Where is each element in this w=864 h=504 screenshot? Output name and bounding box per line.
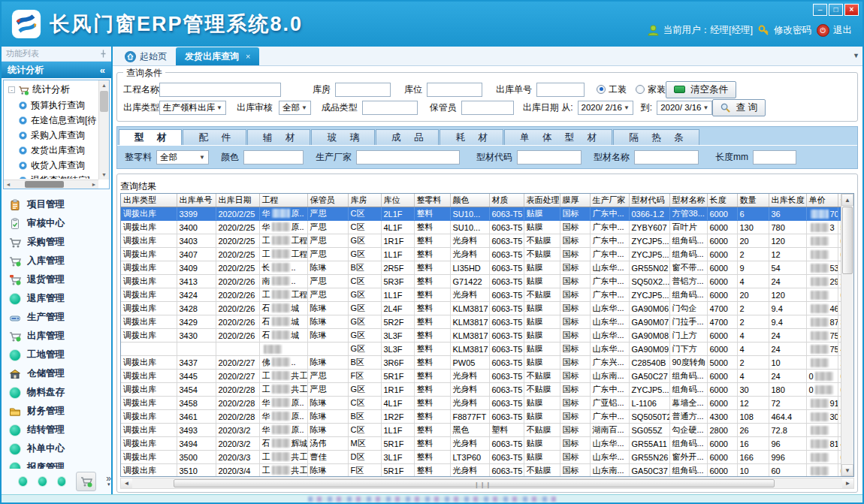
table-row[interactable]: 调拨出库34282020/2/26石城陈琳G区2L4F整料KLM38176063… bbox=[121, 302, 841, 315]
table-row[interactable]: 调拨出库34242020/2/26工工程严思G区1L1F整料光身料6063-T5… bbox=[121, 288, 841, 302]
close-button[interactable]: × bbox=[844, 4, 859, 16]
table-row[interactable]: 调拨出库34542020/2/28工共工程严思G区1R1F整料光身料6063-T… bbox=[121, 383, 841, 397]
grid-horizontal-scrollbar[interactable]: ◄ ❙❙❙ ► bbox=[120, 478, 854, 489]
maximize-button[interactable]: □ bbox=[829, 4, 843, 16]
column-header[interactable]: 保管员 bbox=[307, 194, 348, 207]
column-header[interactable]: 型材名称 bbox=[669, 194, 707, 207]
tree-hscroll-thumb[interactable] bbox=[25, 181, 64, 188]
tab-home[interactable]: 起始页 bbox=[116, 47, 176, 65]
column-header[interactable]: 工程 bbox=[259, 194, 307, 207]
collapse-icon[interactable]: « bbox=[100, 65, 105, 76]
column-header[interactable]: 型材代码 bbox=[629, 194, 669, 207]
column-header[interactable]: 长度 bbox=[707, 194, 737, 207]
grid-vertical-scrollbar[interactable]: ▲ ▼ bbox=[841, 194, 853, 476]
sidebar-item[interactable]: 出库管理 bbox=[9, 327, 111, 346]
sidebar-item[interactable]: 退库管理 bbox=[9, 289, 111, 308]
column-header[interactable]: 材质 bbox=[489, 194, 524, 207]
sidebar-item[interactable]: 财务管理 bbox=[9, 402, 111, 421]
grid-hscroll-thumb[interactable]: ❙❙❙ bbox=[174, 479, 775, 487]
column-header[interactable]: 出库日期 bbox=[216, 194, 259, 207]
module-dot-icon[interactable] bbox=[18, 476, 28, 487]
sidebar-overflow-button[interactable]: »▾ bbox=[106, 475, 111, 487]
location-input[interactable] bbox=[427, 83, 482, 97]
table-row[interactable]: 调拨出库34302020/2/26石城陈琳G区3L3F整料KLM38176063… bbox=[121, 329, 841, 343]
table-row[interactable]: G区3L3F整料KLM38176063-T5贴膜国标山东华...GA90M09.… bbox=[121, 343, 841, 356]
pin-icon[interactable] bbox=[100, 50, 107, 58]
column-header[interactable]: 表面处理 bbox=[524, 194, 560, 207]
column-header[interactable]: 膜厚 bbox=[560, 194, 590, 207]
radio-gongzhuang-label[interactable]: 工装 bbox=[609, 84, 627, 95]
tree-vertical-scrollbar[interactable]: ▲ ▼ bbox=[98, 80, 109, 180]
material-tab[interactable]: 配 件 bbox=[183, 129, 246, 145]
table-row[interactable]: 调拨出库34072020/2/25工工程严思G区1L1F整料光身料6063-T5… bbox=[121, 248, 841, 261]
table-row[interactable]: 调拨出库33992020/2/25华原..严思C区2L1F整料SU10...60… bbox=[121, 207, 841, 221]
material-tab[interactable]: 玻 璃 bbox=[311, 129, 374, 145]
table-row[interactable]: 调拨出库34372020/2/27佛..陈琳B区3R6F整料PW056063-T… bbox=[121, 356, 841, 370]
sidebar-item[interactable]: 入库管理 bbox=[9, 252, 111, 270]
column-header[interactable]: 颜色 bbox=[450, 194, 489, 207]
scroll-up-icon[interactable]: ▲ bbox=[841, 194, 853, 206]
material-tab[interactable]: 单 体 型 材 bbox=[504, 129, 612, 145]
sidebar-item[interactable]: 审核中心 bbox=[9, 214, 111, 233]
scroll-right-icon[interactable]: ► bbox=[89, 180, 98, 189]
stats-section-header[interactable]: 统计分析 « bbox=[2, 62, 111, 78]
column-header[interactable]: 整零料 bbox=[414, 194, 450, 207]
keeper-input[interactable] bbox=[461, 101, 514, 115]
logout-button[interactable]: ⏻ 退出 bbox=[817, 24, 852, 37]
table-row[interactable]: 调拨出库34032020/2/25工工程严思G区1R1F整料光身料6063-T5… bbox=[121, 234, 841, 248]
sidebar-item[interactable]: 物料盘存 bbox=[9, 383, 111, 402]
scroll-left-icon[interactable]: ◄ bbox=[4, 180, 13, 189]
table-row[interactable]: 调拨出库34582020/2/28华原..陈琳C区4L1F整料光身料6063-T… bbox=[121, 397, 841, 410]
tree-item[interactable]: 发货出库查询 bbox=[5, 143, 98, 158]
column-header[interactable]: 库位 bbox=[381, 194, 414, 207]
product-type-input[interactable] bbox=[362, 101, 418, 115]
cart-module-button[interactable] bbox=[76, 472, 96, 491]
sidebar-item[interactable]: 补单中心 bbox=[9, 439, 111, 458]
tab-shipment-query[interactable]: 发货出库查询 × bbox=[176, 47, 259, 65]
material-tab[interactable]: 成 品 bbox=[376, 129, 439, 145]
order-no-input[interactable] bbox=[536, 83, 585, 97]
table-row[interactable]: 调拨出库34292020/2/26石城陈琳G区5R2F整料KLM38176063… bbox=[121, 315, 841, 329]
material-tab[interactable]: 辅 材 bbox=[247, 129, 310, 145]
column-header[interactable]: 单价 bbox=[806, 194, 838, 207]
tree-root-node[interactable]: - 统计分析 bbox=[5, 82, 98, 98]
tab-close-icon[interactable]: × bbox=[246, 52, 250, 61]
sidebar-item[interactable]: 项目管理 bbox=[9, 195, 111, 214]
module-dot-icon[interactable] bbox=[57, 476, 67, 487]
table-row[interactable]: 调拨出库34452020/2/27工共工程严思F区5R1F整料光身料6063-T… bbox=[121, 370, 841, 383]
table-row[interactable]: 调拨出库34002020/2/25华原..严思C区4L1F整料SU10...60… bbox=[121, 221, 841, 234]
color-input[interactable] bbox=[243, 150, 304, 164]
tree-horizontal-scrollbar[interactable]: ◄ ► bbox=[4, 180, 98, 189]
audit-select[interactable]: 全部▼ bbox=[279, 101, 311, 115]
radio-selected-icon[interactable] bbox=[597, 85, 606, 94]
warehouse-input[interactable] bbox=[335, 83, 391, 97]
search-button[interactable]: 查 询 bbox=[712, 99, 765, 116]
table-row[interactable]: 调拨出库34942020/3/2石辉城汤伟M区5R1F整料光身料6063-T5贴… bbox=[121, 437, 841, 451]
tree-item[interactable]: 采购入库查询 bbox=[5, 128, 98, 143]
tree-item[interactable]: 收货入库查询 bbox=[5, 158, 98, 173]
table-row[interactable]: 调拨出库35002020/3/3工共工程曹佳D区3L1F整料LT3P606063… bbox=[121, 451, 841, 464]
column-header[interactable]: 出库单号 bbox=[177, 194, 216, 207]
tree-item[interactable]: 预算执行查询 bbox=[5, 98, 98, 113]
tree-item[interactable]: 在途信息查询[待 bbox=[5, 113, 98, 128]
sidebar-item[interactable]: 退货管理 bbox=[9, 270, 111, 289]
radio-jiazhuang-label[interactable]: 家装 bbox=[648, 84, 666, 95]
scroll-down-icon[interactable]: ▼ bbox=[99, 170, 109, 180]
tree-vscroll-thumb[interactable] bbox=[100, 91, 108, 112]
change-password-button[interactable]: 修改密码 bbox=[758, 24, 811, 37]
sidebar-item[interactable]: 采购管理 bbox=[9, 233, 111, 252]
whole-select[interactable]: 全部▼ bbox=[156, 150, 209, 164]
tree-item[interactable]: 退货查询[待定] bbox=[5, 173, 98, 179]
profile-code-input[interactable] bbox=[517, 150, 582, 164]
material-tab[interactable]: 型 材 bbox=[119, 129, 182, 145]
project-name-input[interactable] bbox=[159, 83, 281, 97]
date-from-select[interactable]: 2020/ 2/16▼ bbox=[578, 101, 633, 115]
tree-expander-icon[interactable]: - bbox=[8, 86, 15, 93]
profile-name-input[interactable] bbox=[634, 150, 699, 164]
radio-unselected-icon[interactable] bbox=[636, 85, 645, 94]
scroll-right-icon[interactable]: ► bbox=[842, 478, 853, 488]
sidebar-item[interactable]: 结转管理 bbox=[9, 421, 111, 439]
material-tab[interactable]: 隔 热 条 bbox=[613, 129, 699, 145]
table-row[interactable]: 调拨出库34612020/2/28华原..陈琳B区1R2F整料F8877FT60… bbox=[121, 410, 841, 424]
sidebar-item[interactable]: 报废管理 bbox=[9, 458, 111, 469]
